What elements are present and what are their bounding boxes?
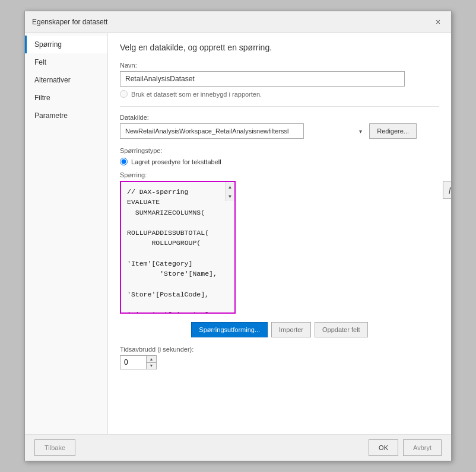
spinner-down-btn[interactable]: ▼: [147, 363, 156, 369]
navn-input[interactable]: [120, 71, 405, 87]
datakilde-group: Datakilde: NewRetailAnalysisWorkspace_Re…: [120, 114, 439, 139]
datakilde-label: Datakilde:: [120, 114, 439, 121]
scroll-down-btn[interactable]: ▼: [226, 192, 235, 201]
tidsavbrudd-section: Tidsavbrudd (i sekunder): ▲ ▼: [120, 346, 439, 369]
footer-right: OK Avbryt: [369, 439, 442, 456]
query-box-container: // DAX-spørring EVALUATE SUMMARIZECOLUMN…: [120, 181, 236, 314]
datakilde-select-wrapper: NewRetailAnalysisWorkspace_RetailAnalysi…: [120, 123, 366, 139]
datakilde-select[interactable]: NewRetailAnalysisWorkspace_RetailAnalysi…: [120, 123, 304, 139]
tidsavbrudd-input[interactable]: [120, 355, 146, 369]
navn-label: Navn:: [120, 62, 439, 69]
sporringsutforming-button[interactable]: Spørringsutforming...: [191, 322, 268, 337]
sporringstype-label: Spørringstype:: [120, 147, 439, 154]
importer-button[interactable]: Importer: [271, 322, 311, 337]
footer-left: Tilbake: [34, 439, 75, 456]
spinner-up-btn[interactable]: ▲: [147, 356, 156, 363]
sidebar-item-felt[interactable]: Felt: [25, 53, 107, 71]
innebygd-radio-row: Bruk et datasett som er innebygd i rappo…: [120, 90, 439, 98]
query-box-inner: // DAX-spørring EVALUATE SUMMARIZECOLUMN…: [121, 182, 234, 312]
dialog-footer: Tilbake OK Avbryt: [25, 434, 451, 461]
sporringstype-section: Spørringstype: Lagret prosedyre for teks…: [120, 147, 439, 165]
close-button[interactable]: ×: [432, 16, 444, 28]
dialog-body: Spørring Felt Alternativer Filtre Parame…: [25, 33, 451, 434]
cancel-button[interactable]: Avbryt: [403, 439, 442, 456]
sidebar-item-filtre[interactable]: Filtre: [25, 89, 107, 107]
sidebar-item-alternativer[interactable]: Alternativer: [25, 71, 107, 89]
datasource-row: NewRetailAnalysisWorkspace_RetailAnalysi…: [120, 123, 417, 139]
sidebar-item-sporring[interactable]: Spørring: [25, 36, 107, 53]
innebygd-radio[interactable]: [120, 90, 128, 98]
spinner-arrows: ▲ ▼: [146, 355, 157, 369]
query-box-wrapper: // DAX-spørring EVALUATE SUMMARIZECOLUMN…: [120, 181, 439, 314]
action-buttons-row: Spørringsutforming... Importer Oppdater …: [120, 322, 439, 337]
tilbake-button[interactable]: Tilbake: [34, 439, 75, 456]
dialog-egenskaper: Egenskaper for datasett × Spørring Felt …: [24, 11, 452, 461]
sidebar-item-parametre[interactable]: Parametre: [25, 107, 107, 125]
navn-group: Navn: Bruk et datasett som er innebygd i…: [120, 62, 439, 98]
sidebar: Spørring Felt Alternativer Filtre Parame…: [25, 33, 108, 434]
oppdater-button[interactable]: Oppdater felt: [315, 322, 368, 337]
scroll-up-btn[interactable]: ▲: [226, 182, 235, 192]
ok-button[interactable]: OK: [369, 439, 398, 456]
main-panel: Velg en datakilde, og opprett en spørrin…: [108, 33, 451, 434]
title-bar: Egenskaper for datasett ×: [25, 11, 451, 33]
tidsavbrudd-spinner: ▲ ▼: [120, 355, 156, 369]
divider1: [120, 106, 439, 107]
fx-button[interactable]: fx: [443, 181, 451, 199]
sporring-box-section: Spørring: // DAX-spørring EVALUATE SUMMA…: [120, 171, 439, 314]
lagret-radio-option: Lagret prosedyre for teksttabell: [120, 158, 439, 165]
lagret-label: Lagret prosedyre for teksttabell: [131, 158, 221, 165]
sporring-box-label: Spørring:: [120, 171, 439, 178]
tidsavbrudd-label: Tidsavbrudd (i sekunder):: [120, 346, 439, 353]
section-heading: Velg en datakilde, og opprett en spørrin…: [120, 43, 439, 52]
lagret-radio[interactable]: [120, 158, 128, 165]
query-textarea[interactable]: // DAX-spørring EVALUATE SUMMARIZECOLUMN…: [121, 182, 225, 312]
dialog-title: Egenskaper for datasett: [32, 18, 107, 26]
innebygd-label: Bruk et datasett som er innebygd i rappo…: [131, 91, 262, 98]
redigere-button[interactable]: Redigere...: [369, 123, 417, 139]
query-scrollbar: ▲ ▼: [225, 182, 234, 201]
